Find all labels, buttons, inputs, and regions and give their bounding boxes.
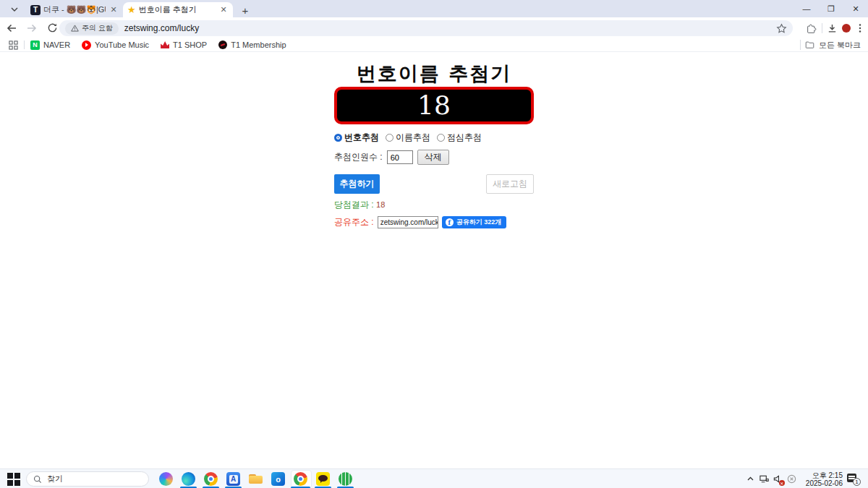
draw-result-display: 18 [334,87,534,124]
profile-avatar[interactable] [842,24,851,33]
taskbar-outlook-icon[interactable]: o [267,470,289,488]
toolbar-divider [822,23,822,33]
facebook-icon: f [446,218,454,226]
radio-icon[interactable] [437,134,445,142]
security-chip-label: 주의 요함 [82,23,113,33]
bookmark-t1-membership[interactable]: T1 Membership [218,40,286,49]
radio-label: 번호추첨 [344,132,379,144]
count-input[interactable] [387,150,413,164]
warning-icon [71,25,79,32]
mute-badge: ✕ [779,480,785,486]
system-tray: ✕ 오후 2:15 2025-02-06 1 [745,469,868,488]
count-label: 추첨인원수 : [334,151,383,163]
network-icon[interactable] [759,474,770,484]
draw-button[interactable]: 추첨하기 [334,174,380,194]
bookmark-label: YouTube Music [95,40,149,49]
taskbar-copilot-icon[interactable] [155,470,177,488]
radio-label: 이름추첨 [396,132,430,144]
facebook-share-label: 공유하기 322개 [456,218,502,227]
page-content: 번호이름 추첨기 18 번호추첨 이름추첨 점심추첨 추첨인원수 : 삭제 [0,52,868,468]
taskbar-blue-a-app-icon[interactable]: A [222,470,244,488]
window-controls: — ❐ ✕ [794,0,868,17]
tab-theqoo[interactable]: T 더쿠 - 🐻🐻🐯|GUMADAY 이 ✕ [26,2,123,17]
tab-strip: T 더쿠 - 🐻🐻🐯|GUMADAY 이 ✕ ★ 번호이름 추첨기 ✕ + — … [0,0,868,17]
t1-membership-icon [218,40,227,49]
search-icon [33,475,42,484]
taskbar-green-office-icon[interactable] [334,470,357,488]
extensions-icon[interactable] [807,23,817,34]
taskbar-search[interactable]: 찾기 [26,471,149,487]
tab-close-icon[interactable]: ✕ [218,5,229,15]
clock-time: 오후 2:15 [806,471,843,479]
radio-lunch-draw[interactable]: 점심추첨 [437,132,482,144]
apps-grid-icon[interactable] [9,40,18,50]
taskbar-chrome-icon[interactable] [200,470,222,488]
bookmark-youtube-music[interactable]: YouTube Music [82,40,149,50]
status-x-circle-icon[interactable] [786,474,797,484]
all-bookmarks-label: 모든 북마크 [819,40,861,51]
url-text[interactable]: zetswing.com/lucky [124,23,776,33]
tab-lottery[interactable]: ★ 번호이름 추첨기 ✕ [123,2,233,17]
bookmark-star-icon[interactable] [776,23,787,34]
clock-date: 2025-02-06 [806,479,843,487]
tray-chevron-up-icon[interactable] [745,474,756,484]
all-bookmarks[interactable]: 모든 북마크 [800,40,861,51]
menu-kebab-icon[interactable] [855,23,865,33]
radio-selected-icon[interactable] [334,134,342,142]
browser-toolbar: 주의 요함 zetswing.com/lucky [0,17,868,38]
new-tab-button[interactable]: + [239,4,252,17]
tab-search-chevron-icon[interactable] [6,3,23,15]
share-url-input[interactable] [378,216,438,228]
volume-muted-icon[interactable]: ✕ [773,474,783,484]
drawn-number: 18 [417,93,451,119]
bookmark-naver[interactable]: N NAVER [30,40,70,50]
youtube-music-icon [82,40,91,50]
back-icon[interactable] [3,20,20,37]
toolbar-right-cluster [807,20,865,36]
taskbar-chrome-active-icon[interactable] [289,470,312,488]
folder-icon [805,40,814,49]
tab-close-icon[interactable]: ✕ [109,5,119,15]
naver-icon: N [30,40,40,50]
radio-icon[interactable] [386,134,393,142]
delete-button[interactable]: 삭제 [417,150,449,165]
bookmarks-divider [24,40,25,49]
bookmark-label: T1 SHOP [173,40,207,49]
address-bar[interactable]: 주의 요함 zetswing.com/lucky [59,20,793,36]
theqoo-favicon-icon: T [30,5,41,15]
minimize-button[interactable]: — [794,0,819,17]
tab-title: 번호이름 추첨기 [139,4,216,15]
forward-icon[interactable] [23,20,41,37]
security-warning-chip[interactable]: 주의 요함 [65,22,119,35]
radio-name-draw[interactable]: 이름추첨 [386,132,430,144]
reload-icon[interactable] [43,20,61,37]
page-title: 번호이름 추첨기 [0,61,868,87]
result-value: 18 [376,200,385,209]
bookmarks-right-divider [800,40,801,50]
facebook-share-button[interactable]: f 공유하기 322개 [442,216,507,228]
taskbar-kakaotalk-icon[interactable] [312,470,334,488]
result-row: 당첨결과 : 18 [334,199,534,211]
taskbar-edge-icon[interactable] [177,470,200,488]
taskbar-file-explorer-icon[interactable] [244,470,267,488]
close-button[interactable]: ✕ [843,0,868,17]
share-label: 공유주소 : [334,216,374,228]
tab-title: 더쿠 - 🐻🐻🐯|GUMADAY 이 [43,4,106,15]
radio-number-draw[interactable]: 번호추첨 [334,132,379,144]
taskbar: 찾기 A o ✕ 오후 2:15 2025-02-06 1 [0,468,868,488]
maximize-button[interactable]: ❐ [819,0,843,17]
notification-count-badge: 1 [853,478,861,486]
bookmark-t1-shop[interactable]: T1 SHOP [161,40,207,49]
notification-center-icon[interactable]: 1 [847,474,859,484]
bookmark-label: NAVER [43,40,70,49]
star-favicon-icon: ★ [127,4,136,15]
downloads-icon[interactable] [827,23,838,34]
radio-label: 점심추첨 [447,132,482,144]
t1-shop-icon [161,41,169,48]
result-label: 당첨결과 : [334,200,374,210]
taskbar-clock[interactable]: 오후 2:15 2025-02-06 [806,471,843,487]
share-row: 공유주소 : f 공유하기 322개 [334,216,534,228]
search-label: 찾기 [47,474,63,484]
start-button-icon[interactable] [7,473,20,486]
refresh-button[interactable]: 새로고침 [486,174,534,194]
